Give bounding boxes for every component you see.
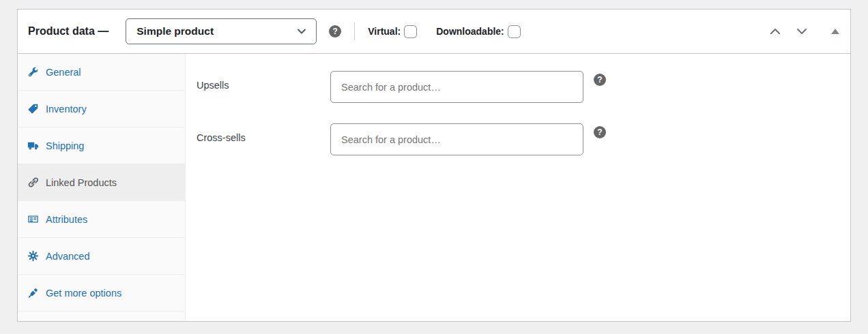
gear-icon bbox=[27, 250, 39, 262]
product-type-selected-value: Simple product bbox=[136, 25, 214, 37]
link-icon bbox=[27, 177, 39, 188]
tab-label: Shipping bbox=[46, 140, 84, 151]
upsells-help-icon[interactable]: ? bbox=[594, 74, 606, 86]
virtual-checkbox[interactable] bbox=[404, 25, 417, 38]
tab-shipping[interactable]: Shipping bbox=[18, 127, 185, 164]
downloadable-label: Downloadable: bbox=[436, 26, 504, 37]
tab-attributes[interactable]: Attributes bbox=[18, 201, 185, 238]
metabox-header: Product data — Simple product ? Virtual:… bbox=[18, 10, 850, 54]
tab-label: Advanced bbox=[46, 251, 90, 262]
tab-label: Attributes bbox=[46, 214, 87, 225]
upsells-label: Upsells bbox=[197, 71, 330, 91]
card-icon bbox=[27, 213, 39, 225]
upsells-field-row: Upsells ? bbox=[197, 71, 850, 103]
cross-sells-search-input[interactable] bbox=[330, 123, 583, 155]
product-data-tabs: General Inventory Shipping Linked Produc… bbox=[18, 54, 186, 321]
tab-label: General bbox=[46, 67, 81, 78]
cross-sells-field-row: Cross-sells ? bbox=[197, 123, 850, 155]
product-data-metabox: Product data — Simple product ? Virtual:… bbox=[17, 9, 851, 322]
chevron-down-icon[interactable] bbox=[794, 24, 809, 39]
product-type-select[interactable]: Simple product bbox=[126, 18, 317, 44]
tag-icon bbox=[27, 103, 39, 115]
product-type-help-icon[interactable]: ? bbox=[329, 25, 341, 37]
virtual-label: Virtual: bbox=[368, 26, 401, 37]
cross-sells-help-icon[interactable]: ? bbox=[594, 126, 606, 138]
tab-general[interactable]: General bbox=[18, 54, 185, 91]
tab-advanced[interactable]: Advanced bbox=[18, 238, 185, 275]
tab-label: Get more options bbox=[46, 288, 121, 299]
metabox-handle-controls bbox=[768, 24, 839, 39]
toggle-panel-icon[interactable] bbox=[831, 29, 839, 34]
tab-label: Linked Products bbox=[46, 177, 117, 188]
tab-inventory[interactable]: Inventory bbox=[18, 91, 185, 127]
chevron-up-icon[interactable] bbox=[768, 24, 783, 39]
tab-label: Inventory bbox=[46, 104, 87, 115]
chevron-down-icon bbox=[296, 26, 307, 37]
metabox-body: General Inventory Shipping Linked Produc… bbox=[18, 54, 850, 321]
header-divider bbox=[354, 22, 355, 40]
upsells-search-input[interactable] bbox=[330, 71, 583, 103]
plug-icon bbox=[27, 287, 39, 299]
downloadable-checkbox[interactable] bbox=[508, 25, 521, 38]
cross-sells-label: Cross-sells bbox=[197, 123, 330, 143]
page-title: Product data — bbox=[28, 25, 108, 37]
wrench-icon bbox=[27, 66, 39, 78]
tab-linked-products[interactable]: Linked Products bbox=[18, 164, 185, 201]
tab-get-more-options[interactable]: Get more options bbox=[18, 275, 185, 312]
linked-products-panel: Upsells ? Cross-sells ? bbox=[186, 54, 850, 321]
truck-icon bbox=[27, 140, 39, 151]
